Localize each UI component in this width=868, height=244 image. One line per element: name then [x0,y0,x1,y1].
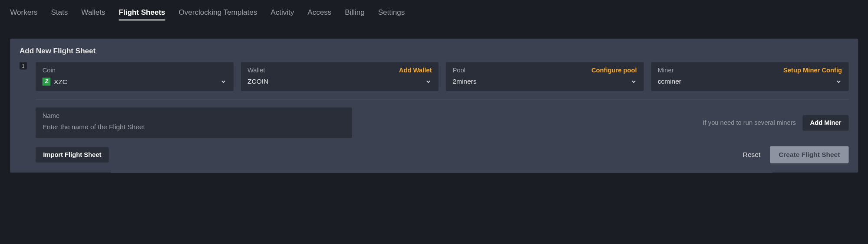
add-miner-hint: If you need to run several miners [703,119,796,127]
coin-select[interactable]: Coin Z XZC [36,62,233,91]
nav-overclocking-templates[interactable]: Overclocking Templates [179,8,257,21]
nav-access[interactable]: Access [307,8,331,21]
coin-icon: Z [43,78,51,86]
pool-value: 2miners [452,78,476,85]
nav-activity[interactable]: Activity [271,8,294,21]
panel-title: Add New Flight Sheet [20,47,849,55]
step-badge: 1 [20,62,27,69]
nav-wallets[interactable]: Wallets [81,8,105,21]
chevron-down-icon [630,78,637,85]
nav-workers[interactable]: Workers [10,8,37,21]
flight-sheet-name-input[interactable] [43,123,346,131]
pool-label: Pool [452,67,465,74]
miner-value: ccminer [658,78,681,85]
import-flight-sheet-button[interactable]: Import Flight Sheet [36,147,109,163]
coin-value: XZC [54,78,67,85]
reset-link[interactable]: Reset [743,151,760,159]
flight-sheet-panel: Add New Flight Sheet 1 Coin Z XZC [10,39,858,172]
coin-label: Coin [43,67,56,74]
create-flight-sheet-button[interactable]: Create Flight Sheet [770,146,849,163]
wallet-select[interactable]: Wallet Add Wallet ZCOIN [241,62,439,91]
chevron-down-icon [835,78,842,85]
nav-billing[interactable]: Billing [345,8,364,21]
pool-select[interactable]: Pool Configure pool 2miners [446,62,644,91]
nav-flight-sheets[interactable]: Flight Sheets [119,8,165,21]
nav-stats[interactable]: Stats [51,8,68,21]
miner-label: Miner [658,67,674,74]
wallet-value: ZCOIN [248,78,268,85]
add-miner-button[interactable]: Add Miner [802,115,848,130]
chevron-down-icon [220,78,226,85]
name-label: Name [43,112,346,120]
top-nav: Workers Stats Wallets Flight Sheets Over… [0,0,868,29]
wallet-label: Wallet [248,67,265,74]
miner-select[interactable]: Miner Setup Miner Config ccminer [651,62,848,91]
setup-miner-config-link[interactable]: Setup Miner Config [783,67,842,74]
configure-pool-link[interactable]: Configure pool [591,67,637,74]
chevron-down-icon [425,78,432,85]
nav-settings[interactable]: Settings [378,8,405,21]
name-field-box: Name [36,107,352,138]
divider [36,99,848,100]
add-wallet-link[interactable]: Add Wallet [399,67,432,74]
